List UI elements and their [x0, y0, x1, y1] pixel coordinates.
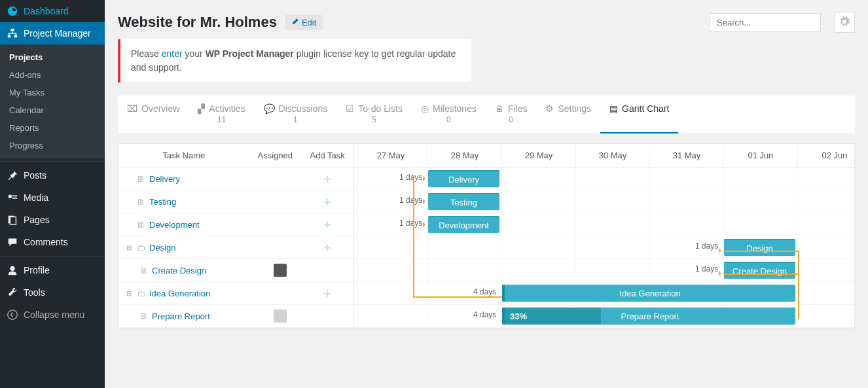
sidebar-item-posts[interactable]: Posts: [0, 164, 105, 186]
search-input[interactable]: [710, 13, 821, 32]
add-task-button[interactable]: ＋: [321, 217, 333, 232]
duration-label: 1 days: [399, 219, 422, 228]
sidebar-item-dashboard[interactable]: Dashboard: [0, 0, 105, 22]
collapse-toggle[interactable]: ⊟: [125, 290, 133, 297]
gantt-bar[interactable]: Design: [724, 239, 795, 256]
subnav-addons[interactable]: Add-ons: [0, 66, 105, 84]
pin-icon: [7, 169, 18, 181]
date-header: 31 May: [650, 144, 724, 167]
settings-button[interactable]: [834, 12, 855, 33]
collapse-toggle[interactable]: ⊟: [125, 244, 133, 251]
sidebar-item-media[interactable]: Media: [0, 186, 105, 209]
tab-gantt[interactable]: ▤Gantt Chart: [600, 96, 678, 133]
file-icon: 🗎: [137, 220, 145, 230]
file-icon: 🗎: [137, 174, 145, 184]
page-header: Website for Mr. Holmes Edit: [118, 0, 855, 39]
gantt-icon: ▤: [609, 103, 618, 114]
chat-icon: 💬: [264, 103, 275, 114]
sitemap-icon: [7, 27, 18, 39]
duration-label: 1 days: [399, 173, 422, 182]
date-header: 27 May: [354, 144, 428, 167]
sidebar-label: Project Manager: [24, 28, 91, 39]
tab-todo[interactable]: ☑To-do Lists5: [336, 96, 412, 133]
subnav-progress[interactable]: Progress: [0, 137, 105, 154]
col-add-task: Add Task: [301, 150, 353, 160]
svg-rect-0: [10, 29, 14, 31]
avatar[interactable]: [274, 264, 287, 277]
gantt-bar[interactable]: Delivery: [428, 170, 499, 187]
task-row: ⊟🗀Idea Generation ＋: [118, 282, 353, 305]
enter-link[interactable]: enter: [162, 48, 183, 59]
collapse-label: Collapse menu: [24, 309, 84, 320]
task-link[interactable]: Create Design: [152, 266, 206, 275]
gantt-timeline: 27 May 28 May 29 May 30 May 31 May 01 Ju…: [354, 144, 854, 328]
sidebar-label: Profile: [24, 265, 50, 275]
duration-label: 1 days: [399, 196, 422, 205]
task-link[interactable]: Prepare Report: [152, 311, 210, 321]
project-tabs: ⌧Overview ▞Activities11 💬Discussions1 ☑T…: [118, 96, 855, 134]
tab-settings[interactable]: ⚙Settings: [536, 96, 600, 133]
date-header: 28 May: [428, 144, 502, 167]
gantt-bar[interactable]: Development: [428, 216, 499, 233]
comment-icon: [7, 236, 18, 248]
task-link[interactable]: Testing: [149, 197, 176, 207]
pencil-icon: [291, 18, 299, 27]
gantt-container: Task Name Assigned Add Task 🗎Delivery ＋ …: [118, 143, 855, 328]
gantt-bar[interactable]: 33%Prepare Report: [502, 308, 795, 325]
sidebar-item-project-manager[interactable]: Project Manager: [0, 22, 105, 44]
tab-activities[interactable]: ▞Activities11: [189, 96, 254, 133]
task-row: ⊟🗀Design ＋: [118, 236, 353, 259]
task-row: 🗎Delivery ＋: [118, 168, 353, 190]
date-header: 01 Jun: [724, 144, 798, 167]
avatar[interactable]: [274, 309, 287, 323]
add-task-button[interactable]: ＋: [321, 194, 333, 209]
gantt-task-list: Task Name Assigned Add Task 🗎Delivery ＋ …: [118, 144, 354, 328]
task-link[interactable]: Development: [149, 220, 200, 230]
task-row: 🗎Development ＋: [118, 213, 353, 236]
gear-icon: [839, 16, 850, 29]
dashboard-icon: [7, 5, 18, 17]
svg-rect-2: [14, 35, 18, 38]
task-row: 🗎Create Design: [118, 259, 353, 282]
svg-rect-5: [10, 217, 16, 225]
col-task-name: Task Name: [118, 150, 249, 160]
gantt-bar[interactable]: Create Design: [724, 262, 795, 279]
sidebar-item-pages[interactable]: Pages: [0, 209, 105, 231]
subnav-reports[interactable]: Reports: [0, 119, 105, 137]
edit-button[interactable]: Edit: [285, 15, 323, 30]
edit-label: Edit: [302, 18, 316, 27]
sidebar-label: Media: [24, 192, 48, 203]
sidebar-label: Posts: [24, 170, 46, 181]
files-icon: 🗎: [495, 103, 504, 114]
add-task-button[interactable]: ＋: [321, 239, 333, 255]
col-assigned: Assigned: [249, 150, 301, 160]
sidebar-label: Comments: [24, 237, 68, 247]
sidebar-item-tools[interactable]: Tools: [0, 281, 105, 304]
collapse-menu[interactable]: Collapse menu: [0, 304, 105, 326]
license-notice: Please enter your WP Project Manager plu…: [118, 39, 471, 82]
tab-overview[interactable]: ⌧Overview: [118, 96, 189, 133]
task-link[interactable]: Design: [149, 243, 175, 253]
chart-icon: ▞: [198, 103, 205, 114]
tab-milestones[interactable]: ◎Milestones0: [412, 96, 486, 133]
add-task-button[interactable]: ＋: [321, 285, 333, 301]
sidebar-submenu: Projects Add-ons My Tasks Calendar Repor…: [0, 44, 105, 158]
subnav-projects[interactable]: Projects: [0, 48, 105, 66]
tab-discussions[interactable]: 💬Discussions1: [255, 96, 337, 133]
svg-point-6: [10, 266, 14, 271]
svg-rect-1: [8, 35, 10, 38]
gantt-bar[interactable]: Idea Generation: [502, 285, 795, 302]
subnav-calendar[interactable]: Calendar: [0, 101, 105, 119]
task-link[interactable]: Delivery: [149, 174, 180, 184]
add-task-button[interactable]: ＋: [321, 171, 333, 186]
date-header: 30 May: [576, 144, 650, 167]
sidebar-item-comments[interactable]: Comments: [0, 231, 105, 253]
admin-sidebar: Dashboard Project Manager Projects Add-o…: [0, 0, 105, 388]
gantt-bar[interactable]: Testing: [428, 193, 499, 210]
sidebar-item-profile[interactable]: Profile: [0, 259, 105, 281]
task-link[interactable]: Idea Generation: [149, 289, 210, 298]
subnav-my-tasks[interactable]: My Tasks: [0, 84, 105, 101]
tab-files[interactable]: 🗎Files0: [486, 96, 537, 133]
duration-label: 4 days: [473, 310, 496, 319]
file-icon: 🗎: [139, 311, 148, 321]
